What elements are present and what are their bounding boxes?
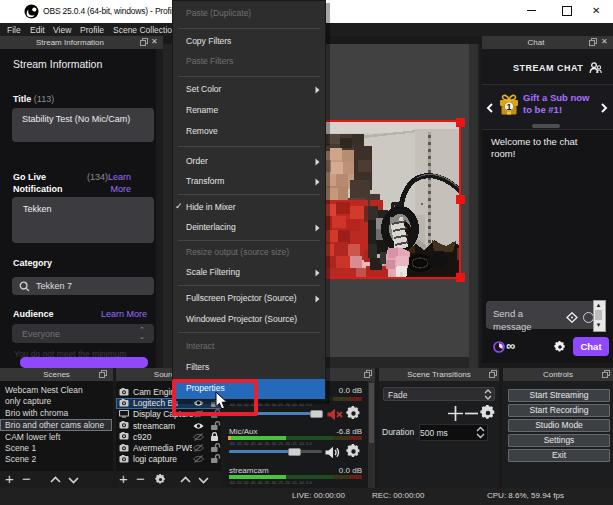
svg-text:1: 1 — [506, 102, 511, 112]
